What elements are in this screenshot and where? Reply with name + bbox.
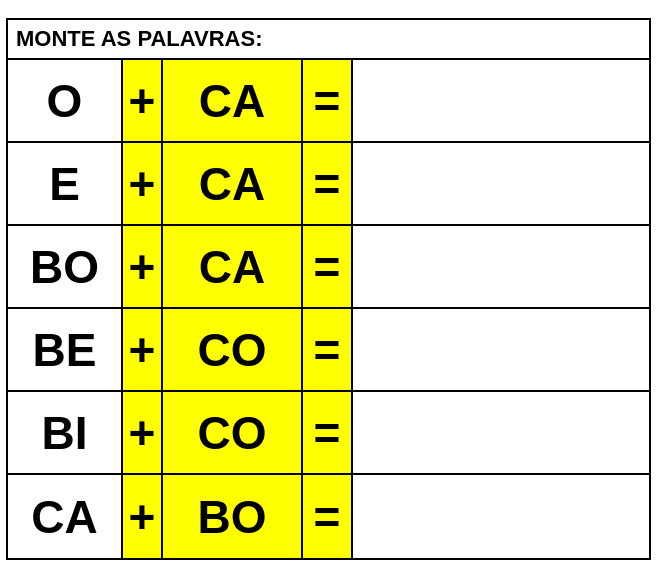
cell-equals-4: = bbox=[303, 392, 353, 473]
word-row: CA+BO= bbox=[8, 475, 649, 558]
word-row: O+CA= bbox=[8, 60, 649, 143]
word-row: BI+CO= bbox=[8, 392, 649, 475]
cell-plus-2: + bbox=[123, 226, 163, 307]
word-row: BO+CA= bbox=[8, 226, 649, 309]
cell-answer-5[interactable] bbox=[353, 475, 649, 558]
cell-equals-5: = bbox=[303, 475, 353, 558]
word-row: BE+CO= bbox=[8, 309, 649, 392]
cell-syllable-1: CA bbox=[163, 143, 303, 224]
cell-syllable-0: CA bbox=[163, 60, 303, 141]
cell-equals-3: = bbox=[303, 309, 353, 390]
word-row: E+CA= bbox=[8, 143, 649, 226]
page-title: MONTE AS PALAVRAS: bbox=[8, 20, 649, 60]
cell-equals-1: = bbox=[303, 143, 353, 224]
cell-prefix-2: BO bbox=[8, 226, 123, 307]
cell-syllable-5: BO bbox=[163, 475, 303, 558]
cell-plus-5: + bbox=[123, 475, 163, 558]
cell-prefix-1: E bbox=[8, 143, 123, 224]
cell-prefix-5: CA bbox=[8, 475, 123, 558]
cell-answer-4[interactable] bbox=[353, 392, 649, 473]
cell-syllable-2: CA bbox=[163, 226, 303, 307]
cell-answer-3[interactable] bbox=[353, 309, 649, 390]
cell-answer-1[interactable] bbox=[353, 143, 649, 224]
cell-syllable-4: CO bbox=[163, 392, 303, 473]
cell-answer-0[interactable] bbox=[353, 60, 649, 141]
cell-plus-0: + bbox=[123, 60, 163, 141]
cell-plus-3: + bbox=[123, 309, 163, 390]
cell-prefix-3: BE bbox=[8, 309, 123, 390]
cell-plus-4: + bbox=[123, 392, 163, 473]
rows-container: O+CA=E+CA=BO+CA=BE+CO=BI+CO=CA+BO= bbox=[8, 60, 649, 558]
cell-plus-1: + bbox=[123, 143, 163, 224]
cell-prefix-0: O bbox=[8, 60, 123, 141]
cell-equals-0: = bbox=[303, 60, 353, 141]
cell-prefix-4: BI bbox=[8, 392, 123, 473]
page-container: MONTE AS PALAVRAS: O+CA=E+CA=BO+CA=BE+CO… bbox=[6, 18, 651, 560]
cell-syllable-3: CO bbox=[163, 309, 303, 390]
cell-equals-2: = bbox=[303, 226, 353, 307]
cell-answer-2[interactable] bbox=[353, 226, 649, 307]
